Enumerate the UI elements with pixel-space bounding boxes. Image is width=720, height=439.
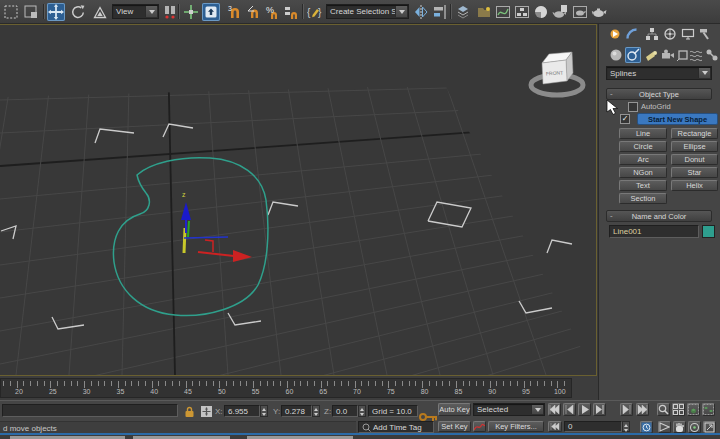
viewcube-front-face-label[interactable]: FRONT	[546, 70, 564, 77]
goto-start-icon[interactable]	[548, 403, 561, 416]
zoom-extents-all-icon[interactable]	[702, 403, 715, 416]
align-icon[interactable]	[431, 3, 449, 21]
tab-create-icon[interactable]	[607, 26, 623, 42]
current-frame-field[interactable]: 0	[564, 421, 622, 432]
maximize-viewport-icon[interactable]	[703, 421, 716, 433]
set-key-button[interactable]: Set Key	[438, 421, 471, 432]
category-shapes-icon[interactable]	[625, 47, 641, 63]
collapse-icon[interactable]: -	[610, 211, 613, 220]
coord-x-field[interactable]: 6.955	[224, 405, 260, 417]
dropdown-arrow-icon[interactable]	[698, 68, 710, 78]
field-of-view-icon[interactable]	[658, 421, 671, 433]
time-configuration-icon[interactable]	[640, 421, 653, 433]
key-mode-toggle-icon[interactable]	[548, 421, 562, 432]
object-type-rollout-header[interactable]: - Object Type	[606, 88, 712, 100]
named-selection-set-dropdown[interactable]: Create Selection Se	[326, 4, 409, 19]
use-pivot-center-icon[interactable]	[161, 3, 179, 21]
angle-snap-icon[interactable]	[245, 3, 263, 21]
default-in-out-tangents-icon[interactable]	[473, 421, 486, 432]
object-color-swatch[interactable]	[702, 225, 715, 238]
start-new-shape-button[interactable]: Start New Shape	[637, 113, 718, 125]
dropdown-arrow-icon[interactable]	[395, 6, 407, 17]
next-frame-icon[interactable]	[620, 403, 633, 416]
object-type-button-rectangle[interactable]: Rectangle	[671, 128, 718, 139]
category-lights-icon[interactable]	[643, 47, 659, 63]
timeline-ruler[interactable]: 20253035404550556065707580859095100	[0, 378, 572, 398]
edit-named-selections-icon[interactable]: {}	[306, 3, 324, 21]
add-time-tag[interactable]: Add Time Tag	[358, 421, 434, 433]
gizmo-x-arrowhead[interactable]	[233, 250, 252, 262]
reference-coordsys-dropdown[interactable]: View	[112, 4, 159, 19]
material-editor-icon[interactable]	[532, 3, 550, 21]
spinner-snap-icon[interactable]	[283, 3, 301, 21]
tab-utilities-icon[interactable]	[697, 26, 713, 42]
object-type-button-donut[interactable]: Donut	[671, 154, 718, 165]
select-and-rotate-icon[interactable]	[69, 3, 87, 21]
dropdown-arrow-icon[interactable]	[145, 6, 157, 17]
category-systems-icon[interactable]	[704, 47, 720, 63]
selection-lock-icon[interactable]	[183, 405, 196, 418]
current-frame-spinner[interactable]	[622, 421, 630, 432]
object-type-button-line[interactable]: Line	[619, 128, 667, 139]
object-type-button-star[interactable]: Star	[671, 167, 718, 178]
pan-hand-icon[interactable]	[673, 421, 686, 433]
coord-z-spinner[interactable]	[358, 405, 366, 417]
object-type-button-text[interactable]: Text	[619, 180, 667, 191]
coord-y-field[interactable]: 0.278	[281, 405, 312, 417]
window-crossing-icon[interactable]	[22, 3, 40, 21]
category-cameras-icon[interactable]	[660, 47, 676, 63]
previous-frame-icon[interactable]	[563, 403, 576, 416]
category-spacewarps-icon[interactable]	[688, 47, 704, 63]
object-type-button-ngon[interactable]: NGon	[619, 167, 667, 178]
key-filters-button[interactable]: Key Filters...	[488, 421, 544, 432]
object-type-button-ellipse[interactable]: Ellipse	[671, 141, 718, 152]
collapse-icon[interactable]: -	[610, 89, 613, 98]
layer-manager-icon[interactable]	[454, 3, 472, 21]
keyboard-override-icon[interactable]	[202, 3, 220, 21]
orbit-icon[interactable]	[688, 421, 701, 433]
perspective-viewport[interactable]: z FRONT	[0, 24, 597, 376]
coord-x-spinner[interactable]	[260, 405, 268, 417]
absolute-mode-icon[interactable]	[200, 405, 213, 418]
select-and-scale-icon[interactable]	[91, 3, 109, 21]
rendered-frame-window-icon[interactable]	[571, 3, 589, 21]
scene-folder-icon[interactable]	[475, 3, 493, 21]
tab-motion-icon[interactable]	[662, 26, 678, 42]
category-geometry-icon[interactable]	[608, 47, 624, 63]
spline-type-dropdown[interactable]: Splines	[606, 66, 712, 80]
mirror-icon[interactable]	[412, 3, 430, 21]
select-and-manipulate-icon[interactable]	[182, 3, 200, 21]
object-type-button-section[interactable]: Section	[619, 193, 667, 204]
play-flyout-icon[interactable]	[593, 403, 606, 416]
tab-display-icon[interactable]	[680, 26, 696, 42]
select-region-icon[interactable]	[2, 3, 20, 21]
tab-hierarchy-icon[interactable]	[644, 26, 660, 42]
coord-z-field[interactable]: 0.0	[332, 405, 358, 417]
object-type-button-circle[interactable]: Circle	[619, 141, 667, 152]
name-color-rollout-header[interactable]: - Name and Color	[606, 210, 712, 222]
status-line-field[interactable]	[2, 404, 178, 417]
object-type-button-helix[interactable]: Helix	[671, 180, 718, 191]
curve-editor-icon[interactable]	[494, 3, 512, 21]
snap-3d-icon[interactable]: 3	[226, 3, 244, 21]
zoom-icon[interactable]	[657, 403, 670, 416]
object-name-field[interactable]: Line001	[609, 225, 699, 238]
goto-end-icon[interactable]	[636, 403, 649, 416]
object-type-button-arc[interactable]: Arc	[619, 154, 667, 165]
render-production-icon[interactable]	[590, 3, 608, 21]
autogrid-checkbox[interactable]	[628, 102, 638, 112]
zoom-all-icon[interactable]	[672, 403, 685, 416]
dropdown-arrow-icon[interactable]	[531, 405, 543, 414]
schematic-view-icon[interactable]	[513, 3, 531, 21]
select-and-move-icon[interactable]	[47, 3, 65, 21]
coord-y-spinner[interactable]	[312, 405, 320, 417]
selection-filter-dropdown[interactable]: Selected	[473, 403, 545, 416]
tab-modify-icon[interactable]	[624, 26, 640, 42]
viewcube[interactable]: FRONT	[531, 52, 583, 95]
auto-key-button[interactable]: Auto Key	[438, 403, 471, 416]
play-icon[interactable]	[578, 403, 591, 416]
start-new-shape-checkbox[interactable]: ✓	[620, 114, 630, 124]
zoom-extents-icon[interactable]	[687, 403, 700, 416]
percent-snap-icon[interactable]: %	[264, 3, 282, 21]
render-setup-icon[interactable]	[551, 3, 569, 21]
